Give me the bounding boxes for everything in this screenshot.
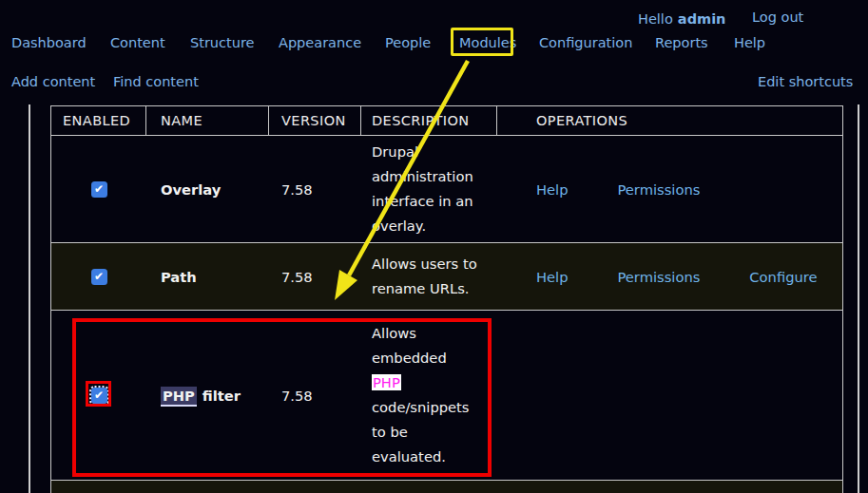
menu-item-help[interactable]: Help xyxy=(734,35,765,50)
header-version: VERSION xyxy=(269,106,361,135)
module-description: Drupal administration interface in an ov… xyxy=(361,140,497,238)
configure-link-path[interactable]: Configure xyxy=(749,269,817,285)
username: admin xyxy=(678,11,726,27)
permissions-link-path[interactable]: Permissions xyxy=(617,269,700,285)
shortcut-add-content[interactable]: Add content xyxy=(11,74,95,89)
menu-item-reports[interactable]: Reports xyxy=(655,35,708,50)
content-right-border xyxy=(858,104,859,493)
menu-item-people[interactable]: People xyxy=(385,35,431,50)
table-row-php-filter: ✔ PHPfilter 7.58 Allows embedded PHP cod… xyxy=(51,311,842,481)
module-name: Path xyxy=(146,269,269,285)
modules-table: ENABLED NAME VERSION DESCRIPTION OPERATI… xyxy=(50,105,843,493)
content-left-border xyxy=(29,104,30,493)
module-name: Overlay xyxy=(146,181,269,198)
module-version: 7.58 xyxy=(269,269,361,285)
find-highlight-description: PHP xyxy=(372,374,401,390)
module-version: 7.58 xyxy=(269,181,361,198)
module-version: 7.58 xyxy=(269,388,361,404)
module-name: PHPfilter xyxy=(146,388,269,404)
help-link-overlay[interactable]: Help xyxy=(536,181,568,198)
shortcut-find-content[interactable]: Find content xyxy=(113,74,199,89)
header-operations: OPERATIONS xyxy=(497,106,842,135)
enabled-checkbox-php-filter[interactable]: ✔ xyxy=(91,388,107,404)
menu-item-structure[interactable]: Structure xyxy=(190,35,254,50)
table-row-overlay: ✔ Overlay 7.58 Drupal administration int… xyxy=(51,136,842,243)
greeting-prefix: Hello xyxy=(638,11,673,27)
module-description: Allows users to rename URLs. xyxy=(361,252,497,301)
permissions-link-overlay[interactable]: Permissions xyxy=(617,181,700,198)
header-enabled: ENABLED xyxy=(51,106,146,135)
find-highlight-name: PHP xyxy=(161,387,197,407)
greeting-text: Hello admin xyxy=(638,9,725,28)
menu-item-appearance[interactable]: Appearance xyxy=(279,35,361,50)
menu-item-dashboard[interactable]: Dashboard xyxy=(11,35,87,50)
header-description: DESCRIPTION xyxy=(361,106,497,135)
module-description: Allows embedded PHP code/snippets to be … xyxy=(361,321,497,469)
table-row-partial xyxy=(51,481,842,493)
enabled-checkbox-path[interactable]: ✔ xyxy=(91,269,107,285)
menu-item-configuration[interactable]: Configuration xyxy=(539,35,632,50)
edit-shortcuts-link[interactable]: Edit shortcuts xyxy=(758,74,853,89)
menu-item-content[interactable]: Content xyxy=(110,35,165,50)
table-header-row: ENABLED NAME VERSION DESCRIPTION OPERATI… xyxy=(51,105,842,136)
enabled-checkbox-overlay[interactable]: ✔ xyxy=(91,181,107,198)
menu-item-modules[interactable]: Modules xyxy=(459,35,516,50)
logout-link[interactable]: Log out xyxy=(752,9,803,25)
help-link-path[interactable]: Help xyxy=(536,269,568,285)
header-name: NAME xyxy=(146,106,269,135)
table-row-path: ✔ Path 7.58 Allows users to rename URLs.… xyxy=(51,243,842,311)
